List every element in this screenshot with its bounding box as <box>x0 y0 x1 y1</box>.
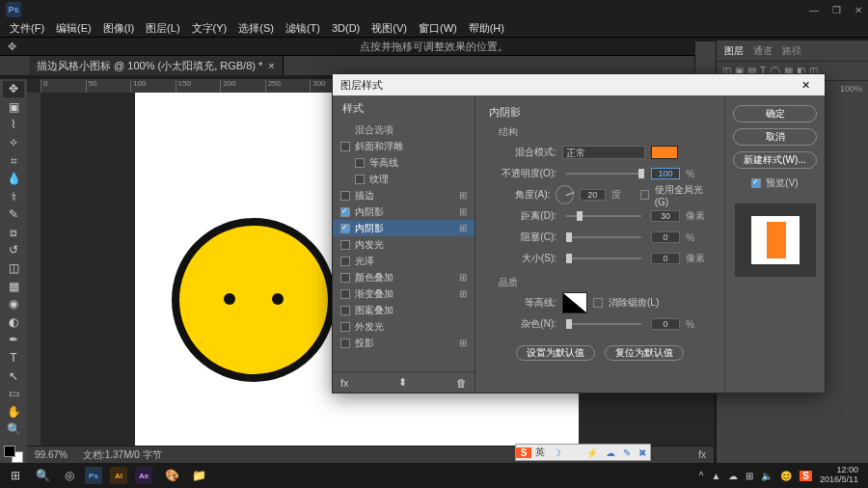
tray-volume-icon[interactable]: 🔈 <box>761 471 773 481</box>
add-icon[interactable]: ⊞ <box>459 272 467 283</box>
hand-tool-icon[interactable]: ✋ <box>3 403 24 420</box>
ime-icon[interactable]: ☽ <box>549 447 565 458</box>
wand-tool-icon[interactable]: ✧ <box>3 135 24 151</box>
marquee-tool-icon[interactable]: ▣ <box>3 99 24 116</box>
tray-sogou-icon[interactable]: S <box>800 471 812 481</box>
document-tab[interactable]: 描边风格小图标 @ 100% (小太阳填充, RGB/8) * × <box>29 56 284 75</box>
size-input[interactable]: 0 <box>651 253 680 264</box>
explorer-icon[interactable]: 📁 <box>187 465 210 486</box>
new-style-button[interactable]: 新建样式(W)... <box>733 151 817 169</box>
style-item-1[interactable]: 等高线 <box>333 154 475 171</box>
stamp-tool-icon[interactable]: ⧈ <box>3 225 24 241</box>
color-swatch[interactable] <box>651 146 678 159</box>
ime-toolbar[interactable]: S 英 ☽ ゝ ⚡ ☁ ✎ ✖ <box>515 444 651 461</box>
fx-menu-icon[interactable]: fx <box>340 377 349 389</box>
style-checkbox[interactable] <box>340 191 350 201</box>
menu-view[interactable]: 视图(V) <box>371 21 407 36</box>
style-checkbox[interactable] <box>340 240 350 250</box>
tray-overflow-icon[interactable]: ^ <box>699 471 704 481</box>
style-item-12[interactable]: 投影⊞ <box>333 335 475 351</box>
distance-input[interactable]: 30 <box>651 210 680 222</box>
menu-type[interactable]: 文字(Y) <box>192 21 228 36</box>
zoom-tool-icon[interactable]: 🔍 <box>3 421 24 438</box>
tab-channels[interactable]: 通道 <box>753 44 773 58</box>
add-icon[interactable]: ⊞ <box>459 338 467 348</box>
tab-layers[interactable]: 图层 <box>724 44 744 58</box>
style-checkbox[interactable] <box>355 175 365 184</box>
menu-3d[interactable]: 3D(D) <box>332 22 360 34</box>
choke-slider[interactable] <box>566 236 641 238</box>
style-checkbox[interactable] <box>340 257 350 266</box>
menu-select[interactable]: 选择(S) <box>238 21 274 36</box>
pen-tool-icon[interactable]: ✒ <box>3 332 24 348</box>
style-item-11[interactable]: 外发光 <box>333 318 475 335</box>
style-item-6[interactable]: 内发光 <box>333 236 475 253</box>
tray-icon[interactable]: ▲ <box>711 471 720 481</box>
start-button[interactable]: ⊞ <box>4 465 27 486</box>
style-item-3[interactable]: 描边⊞ <box>333 187 475 203</box>
eraser-tool-icon[interactable]: ◫ <box>3 260 24 277</box>
heal-tool-icon[interactable]: ⚕ <box>3 188 24 204</box>
tray-icon[interactable]: 😊 <box>780 471 792 481</box>
tab-paths[interactable]: 路径 <box>782 44 801 58</box>
menu-help[interactable]: 帮助(H) <box>469 21 504 36</box>
style-item-2[interactable]: 纹理 <box>333 171 475 187</box>
opacity-value[interactable]: 100% <box>840 84 862 96</box>
style-item-5[interactable]: 内阴影⊞ <box>333 220 475 236</box>
add-icon[interactable]: ⊞ <box>459 223 467 233</box>
document-tab-close-icon[interactable]: × <box>268 60 274 71</box>
make-default-button[interactable]: 设置为默认值 <box>516 345 595 361</box>
style-item-9[interactable]: 渐变叠加⊞ <box>333 285 475 302</box>
menu-layer[interactable]: 图层(L) <box>146 21 179 36</box>
ime-icon[interactable]: ✎ <box>619 447 635 458</box>
tray-icon[interactable]: ☁ <box>728 471 738 481</box>
style-checkbox[interactable] <box>340 289 350 299</box>
choke-input[interactable]: 0 <box>651 231 680 243</box>
global-light-checkbox[interactable] <box>640 190 649 200</box>
noise-slider[interactable] <box>566 323 641 325</box>
menu-file[interactable]: 文件(F) <box>10 21 44 36</box>
contour-picker[interactable] <box>562 292 587 313</box>
trash-icon[interactable]: 🗑 <box>456 377 467 389</box>
style-item-10[interactable]: 图案叠加 <box>333 302 475 318</box>
history-brush-tool-icon[interactable]: ↺ <box>3 242 24 258</box>
blending-options-item[interactable]: 混合选项 <box>333 122 475 138</box>
move-tool-icon[interactable]: ✥ <box>3 81 24 97</box>
ok-button[interactable]: 确定 <box>733 105 817 122</box>
zoom-level[interactable]: 99.67% <box>35 449 68 460</box>
menu-window[interactable]: 窗口(W) <box>419 21 457 36</box>
style-checkbox[interactable] <box>340 306 350 315</box>
style-checkbox[interactable] <box>340 273 350 283</box>
tray-icon[interactable]: ⊞ <box>746 471 753 481</box>
angle-dial[interactable] <box>556 185 573 204</box>
taskbar-illustrator-icon[interactable]: Ai <box>110 467 127 484</box>
color-swatch[interactable] <box>4 446 23 463</box>
shape-tool-icon[interactable]: ▭ <box>3 386 24 402</box>
taskbar-photoshop-icon[interactable]: Ps <box>85 467 102 484</box>
taskbar-app-icon[interactable]: 🎨 <box>160 465 183 486</box>
add-icon[interactable]: ⊞ <box>459 190 467 201</box>
add-icon[interactable]: ⊞ <box>459 288 467 299</box>
style-checkbox[interactable] <box>340 224 350 233</box>
size-slider[interactable] <box>566 258 641 259</box>
preview-checkbox[interactable]: ✓ <box>751 178 761 188</box>
style-item-8[interactable]: 颜色叠加⊞ <box>333 269 475 285</box>
search-icon[interactable]: 🔍 <box>31 465 54 486</box>
restore-button[interactable]: ❐ <box>832 5 841 15</box>
reset-default-button[interactable]: 复位为默认值 <box>605 345 684 361</box>
cancel-button[interactable]: 取消 <box>733 128 817 146</box>
taskview-icon[interactable]: ◎ <box>58 465 81 486</box>
taskbar-aftereffects-icon[interactable]: Ae <box>135 467 152 484</box>
minimize-button[interactable]: — <box>809 5 819 15</box>
opacity-slider[interactable] <box>566 173 641 175</box>
style-checkbox[interactable] <box>340 142 350 151</box>
style-item-7[interactable]: 光泽 <box>333 253 475 269</box>
eyedropper-tool-icon[interactable]: 💧 <box>3 171 24 187</box>
ime-lang[interactable]: 英 <box>531 446 549 459</box>
ime-icon[interactable]: ゝ <box>565 446 583 459</box>
antialias-checkbox[interactable] <box>593 298 603 308</box>
angle-input[interactable]: 20 <box>580 189 607 201</box>
style-checkbox[interactable] <box>340 322 350 332</box>
noise-input[interactable]: 0 <box>651 318 680 330</box>
menu-filter[interactable]: 滤镜(T) <box>285 21 320 36</box>
